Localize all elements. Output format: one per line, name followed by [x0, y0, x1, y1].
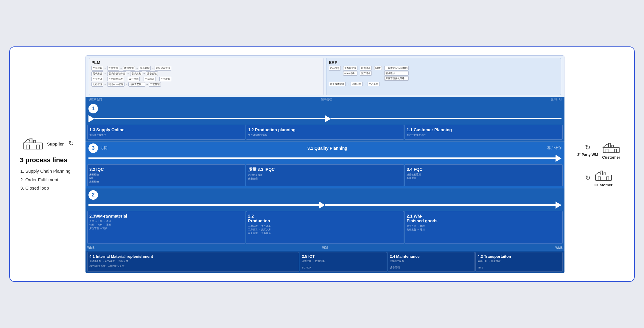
plm-flow-2: 需求来源 → 需求分析与分类 → 需求支出 → 需求验证: [91, 71, 321, 76]
svg-rect-2: [30, 138, 32, 143]
plm-node-2: 立项管理: [107, 66, 119, 71]
plm-label: PLM: [91, 60, 321, 65]
erp-box: ERP 产品信息 主数据管理 BOM结构 计划订单 生产订单 MRP: [326, 58, 561, 95]
svg-rect-14: [601, 171, 603, 175]
cell-2-3-sub: 入库 → 上架 → 盘点 领料 → 发料 → 退料 库位管理 → 调拨: [89, 220, 243, 230]
cell-1-2: 1.2 Production planning 生产计划相关流程: [246, 125, 404, 140]
cell-2-3: 2.3WM-rawmaterial 入库 → 上架 → 盘点 领料 → 发料 →…: [87, 211, 245, 244]
cell-3-3-title: 质量 3.3 IPQC: [248, 167, 402, 172]
svg-rect-3: [34, 140, 36, 143]
cell-2-4: 2.4 Maintenance 设备维护保养 设备管理: [388, 252, 475, 272]
cell-2-1-title: 2.1 WM-Finished goods: [407, 214, 561, 223]
cell-3-2-title: 3.2 IQC: [89, 167, 243, 172]
row2-header: 2: [85, 188, 564, 201]
row2-sys-labels: WMS MES WMS: [85, 246, 564, 251]
cell-3-3: 质量 3.3 IPQC 过程质量检验质量管理: [246, 164, 404, 186]
supplier-factory-icon: [23, 135, 43, 151]
refresh-icon-right-2: ↻: [585, 174, 590, 182]
cell-1-1-title: 1.1 Customer Planning: [407, 127, 561, 132]
top-systems-row: PLM 产品规划 → 立项管理 → 项目管理 → 问题管理 → 研发成本管理 需…: [85, 55, 564, 97]
cell-4-1: 4.1 Internal Material replenishment 自动化补…: [87, 252, 299, 272]
cell-3-2: 3.2 IQC 来料检验NO来料检验: [87, 164, 245, 186]
left-text-block: 3 process lines Supply Chain Planning Or…: [17, 156, 80, 193]
process-list-item-2: Order Fulfillment: [25, 176, 80, 184]
cell-4-2: 4.2 Transportaiton 运输计划 → 在途跟踪 TMS: [475, 252, 563, 272]
customer-factory-icon-1: [602, 141, 620, 154]
cell-2-2-sub: 工单管理 → 生产派工 工序报工 → 完工入库 设备管理 → 工具寿命: [248, 224, 402, 235]
plm-flow-3: 产品设计 → 产品结构管理 → 设计协同 → 产品验证 → 产品发布: [91, 77, 321, 81]
svg-rect-15: [604, 173, 606, 175]
cell-3-4-title: 3.4 FQC: [407, 167, 561, 172]
right-sidebar: ↻ 3° Party WM Customer ↻: [567, 141, 627, 187]
plm-node-4: 问题管理: [139, 66, 151, 71]
erp-flow: 产品信息 主数据管理 BOM结构 计划订单 生产订单 MRP 计划需求BOM和基: [329, 66, 559, 81]
cell-4-1-title: 4.1 Internal Material replenishment: [89, 254, 297, 259]
plm-node-5: 研发成本管理: [155, 66, 171, 71]
refresh-icon: ↻: [69, 140, 74, 147]
row1-sub-labels: 供应商合同 辅助批程 客户计划: [85, 97, 564, 102]
process-lines-heading: 3 process lines: [20, 156, 80, 164]
cell-2-5: 2.5 IOT 设备联网 → 数据采集 SCADA: [300, 252, 387, 272]
cell-2-1: 2.1 WM-Finished goods 成品入库 → 质检 出库发货 → 退…: [405, 211, 563, 244]
row3-quality-title: 3.1 Quality Planning: [109, 146, 545, 151]
cell-1-1-sub: 客户计划相关流程: [407, 133, 561, 137]
process-list: Supply Chain Planning Order Fulfillment …: [20, 167, 80, 193]
cell-3-4: 3.4 FQC 成品检验流程高级质量: [405, 164, 563, 186]
cell-1-3-title: 1.3 Supply Online: [89, 127, 243, 132]
row3-number: 3: [88, 143, 98, 153]
right-group-2: ↻ Customer: [585, 168, 613, 187]
row1-cells: 1.3 Supply Online 供应商在线协作 1.2 Production…: [85, 124, 564, 141]
plm-box: PLM 产品规划 → 立项管理 → 项目管理 → 问题管理 → 研发成本管理 需…: [89, 58, 324, 95]
cell-2-5-title: 2.5 IOT: [302, 254, 385, 259]
row-1-section: 供应商合同 辅助批程 客户计划 1 1.3 Supply Online 供: [85, 97, 564, 142]
svg-rect-8: [609, 143, 610, 148]
svg-rect-4: [27, 145, 29, 149]
svg-rect-9: [612, 145, 613, 148]
main-diagram: PLM 产品规划 → 立项管理 → 项目管理 → 问题管理 → 研发成本管理 需…: [85, 55, 564, 273]
cell-1-1: 1.1 Customer Planning 客户计划相关流程: [405, 125, 563, 140]
row3-arrow: [88, 155, 561, 162]
cell-2-3-title: 2.3WM-rawmaterial: [89, 214, 243, 218]
row1-arrow: [88, 115, 561, 122]
plm-node-1: 产品规划: [91, 66, 103, 71]
row2-cells: 2.3WM-rawmaterial 入库 → 上架 → 盘点 领料 → 发料 →…: [85, 210, 564, 246]
row1-number: 1: [88, 104, 98, 113]
customer-label-1: Customer: [602, 155, 620, 160]
plm-node-3: 项目管理: [123, 66, 135, 71]
cell-1-2-sub: 生产计划相关流程: [248, 133, 402, 137]
left-sidebar: Supplier ↻ 3 process lines Supply Chain …: [17, 135, 83, 193]
plm-flow: 产品规划 → 立项管理 → 项目管理 → 问题管理 → 研发成本管理: [91, 66, 321, 71]
cell-1-2-title: 1.2 Production planning: [248, 127, 402, 132]
svg-rect-11: [614, 149, 617, 153]
cell-2-4-title: 2.4 Maintenance: [390, 254, 473, 259]
cell-3-4-sub: 成品检验流程高级质量: [407, 173, 561, 180]
main-card: Supplier ↻ 3 process lines Supply Chain …: [9, 46, 635, 282]
right-group-1: ↻ 3° Party WM Customer: [577, 141, 620, 160]
row2-number: 2: [88, 190, 98, 200]
svg-rect-16: [598, 177, 601, 180]
cell-3-2-sub: 来料检验NO来料检验: [89, 173, 243, 184]
process-list-item-3: Closed loop: [25, 184, 80, 193]
customer-factory-icon-2: [595, 168, 612, 182]
cell-3-3-sub: 过程质量检验质量管理: [248, 174, 402, 181]
plm-flow-4: 文档管理 → 制造BOM管理 → 结构工艺设计 → 工艺管理: [91, 82, 321, 87]
row3-cells: 3.2 IQC 来料检验NO来料检验 质量 3.3 IPQC 过程质量检验质量管…: [85, 163, 564, 188]
cell-4-2-title: 4.2 Transportaiton: [477, 254, 561, 259]
cell-2-1-sub: 成品入库 → 质检 出库发货 → 退货: [407, 224, 561, 232]
row-2-section: 2 2.3WM-rawmaterial 入库 → 上架 → 盘点 领料 → 发料…: [85, 188, 564, 251]
svg-rect-5: [37, 145, 39, 149]
process-list-item-1: Supply Chain Planning: [25, 167, 80, 176]
svg-rect-10: [606, 149, 608, 153]
erp-label: ERP: [329, 60, 559, 65]
customer-label-2: Customer: [595, 183, 613, 187]
row-3-section: 3 办同 3.1 Quality Planning 客户计划 3.2 IQC 来…: [85, 142, 564, 188]
cell-2-2-title: 2.2Production: [248, 214, 402, 223]
refresh-icon-right-1: ↻: [585, 144, 590, 151]
cell-2-2: 2.2Production 工单管理 → 生产派工 工序报工 → 完工入库 设备…: [246, 211, 404, 244]
row1-header: 1: [85, 102, 564, 115]
party-wm-label: 3° Party WM: [577, 153, 598, 157]
svg-rect-17: [607, 177, 609, 180]
row2-arrow: [88, 202, 561, 209]
row3-header: 3 办同 3.1 Quality Planning 客户计划: [85, 142, 564, 154]
process-rows: 供应商合同 辅助批程 客户计划 1 1.3 Supply Online 供: [85, 97, 564, 273]
